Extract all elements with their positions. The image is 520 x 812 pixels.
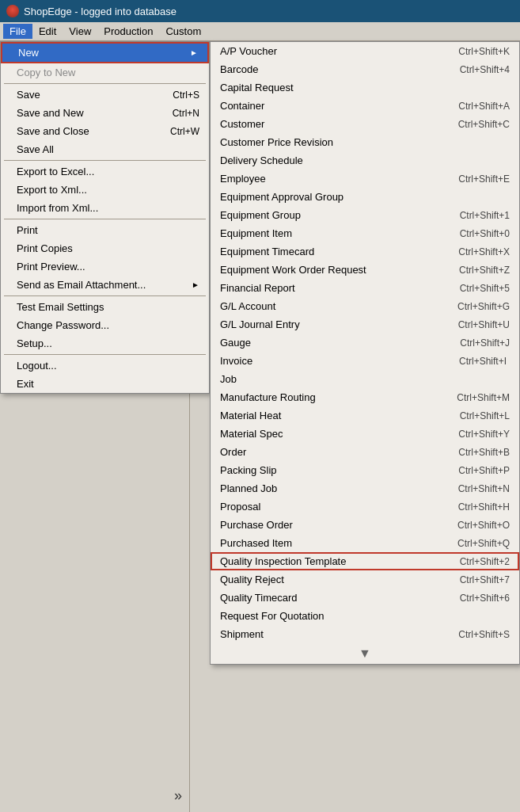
file-menu-print-preview[interactable]: Print Preview... (1, 257, 209, 276)
file-menu-print[interactable]: Print (1, 221, 209, 239)
menu-view[interactable]: View (63, 24, 97, 39)
new-purchased-item[interactable]: Purchased Item Ctrl+Shift+Q (211, 534, 519, 552)
new-financial-report[interactable]: Financial Report Ctrl+Shift+5 (211, 279, 519, 297)
new-equipment-approval-group[interactable]: Equipment Approval Group (211, 188, 519, 206)
menu-custom[interactable]: Custom (159, 24, 207, 39)
file-menu-test-email[interactable]: Test Email Settings (1, 298, 209, 316)
new-quality-inspection-template[interactable]: Quality Inspection Template Ctrl+Shift+2 (211, 552, 519, 570)
file-menu-export-excel[interactable]: Export to Excel... (1, 162, 209, 181)
new-manufacture-routing[interactable]: Manufacture Routing Ctrl+Shift+M (211, 388, 519, 406)
sidebar-expand-button[interactable]: » (174, 787, 182, 804)
file-menu-save-all[interactable]: Save All (1, 140, 209, 158)
new-submenu: A/P Voucher Ctrl+Shift+K Barcode Ctrl+Sh… (210, 41, 520, 665)
file-menu-exit[interactable]: Exit (1, 375, 209, 393)
new-planned-job[interactable]: Planned Job Ctrl+Shift+N (211, 479, 519, 497)
new-gl-journal-entry[interactable]: G/L Journal Entry Ctrl+Shift+U (211, 315, 519, 334)
new-barcode[interactable]: Barcode Ctrl+Shift+4 (211, 60, 519, 78)
separator-4 (4, 295, 206, 296)
file-menu-save[interactable]: Save Ctrl+S (1, 86, 209, 104)
new-job[interactable]: Job (211, 370, 519, 388)
new-gl-account[interactable]: G/L Account Ctrl+Shift+G (211, 297, 519, 315)
title-text: ShopEdge - logged into database (24, 6, 176, 17)
new-ap-voucher[interactable]: A/P Voucher Ctrl+Shift+K (211, 42, 519, 60)
new-shipment[interactable]: Shipment Ctrl+Shift+S (211, 625, 519, 643)
new-request-for-quotation[interactable]: Request For Quotation (211, 607, 519, 625)
file-menu-print-copies[interactable]: Print Copies (1, 239, 209, 257)
file-menu-dropdown: New ► Copy to New Save Ctrl+S Save and N… (0, 41, 210, 394)
new-customer[interactable]: Customer Ctrl+Shift+C (211, 115, 519, 133)
separator-2 (4, 160, 206, 161)
file-menu-save-and-close[interactable]: Save and Close Ctrl+W (1, 122, 209, 140)
file-menu-new[interactable]: New ► (2, 44, 207, 62)
file-menu-export-xml[interactable]: Export to Xml... (1, 181, 209, 199)
new-material-spec[interactable]: Material Spec Ctrl+Shift+Y (211, 425, 519, 443)
new-customer-price-revision[interactable]: Customer Price Revision (211, 133, 519, 151)
new-container[interactable]: Container Ctrl+Shift+A (211, 97, 519, 115)
new-purchase-order[interactable]: Purchase Order Ctrl+Shift+O (211, 516, 519, 534)
app-icon (6, 5, 19, 17)
menu-edit[interactable]: Edit (32, 24, 63, 39)
new-gauge[interactable]: Gauge Ctrl+Shift+J (211, 334, 519, 352)
separator-1 (4, 83, 206, 84)
file-menu-copy-to-new: Copy to New (1, 63, 209, 82)
new-quality-reject[interactable]: Quality Reject Ctrl+Shift+7 (211, 570, 519, 589)
file-menu-save-and-new[interactable]: Save and New Ctrl+N (1, 104, 209, 122)
menu-production[interactable]: Production (97, 24, 159, 39)
new-employee[interactable]: Employee Ctrl+Shift+E (211, 170, 519, 188)
new-order[interactable]: Order Ctrl+Shift+B (211, 443, 519, 461)
new-equipment-timecard[interactable]: Equipment Timecard Ctrl+Shift+X (211, 242, 519, 261)
new-equipment-group[interactable]: Equipment Group Ctrl+Shift+1 (211, 206, 519, 224)
arrow-icon: ► (190, 48, 198, 57)
scroll-down-indicator: ▼ (211, 643, 519, 664)
file-menu-setup[interactable]: Setup... (1, 334, 209, 353)
file-menu-change-password[interactable]: Change Password... (1, 316, 209, 334)
menu-file[interactable]: File (3, 24, 32, 39)
separator-5 (4, 354, 206, 355)
new-material-heat[interactable]: Material Heat Ctrl+Shift+L (211, 406, 519, 425)
file-menu-logout[interactable]: Logout... (1, 356, 209, 375)
new-equipment-item[interactable]: Equipment Item Ctrl+Shift+0 (211, 224, 519, 242)
separator-3 (4, 219, 206, 219)
new-quality-timecard[interactable]: Quality Timecard Ctrl+Shift+6 (211, 589, 519, 607)
arrow-icon-email: ► (192, 280, 199, 289)
title-bar: ShopEdge - logged into database (0, 0, 520, 22)
new-proposal[interactable]: Proposal Ctrl+Shift+H (211, 497, 519, 516)
file-menu-send-email[interactable]: Send as Email Attachment... ► (1, 276, 209, 294)
new-delivery-schedule[interactable]: Delivery Schedule (211, 151, 519, 170)
new-capital-request[interactable]: Capital Request (211, 78, 519, 97)
file-menu-import-xml[interactable]: Import from Xml... (1, 199, 209, 217)
new-packing-slip[interactable]: Packing Slip Ctrl+Shift+P (211, 461, 519, 479)
new-invoice[interactable]: Invoice Ctrl+Shift+I (211, 352, 519, 370)
main-area: Equipment General Ledger Inventory Invoi… (0, 41, 520, 812)
new-equipment-work-order[interactable]: Equipment Work Order Request Ctrl+Shift+… (211, 261, 519, 279)
menu-bar: File Edit View Production Custom (0, 22, 520, 41)
